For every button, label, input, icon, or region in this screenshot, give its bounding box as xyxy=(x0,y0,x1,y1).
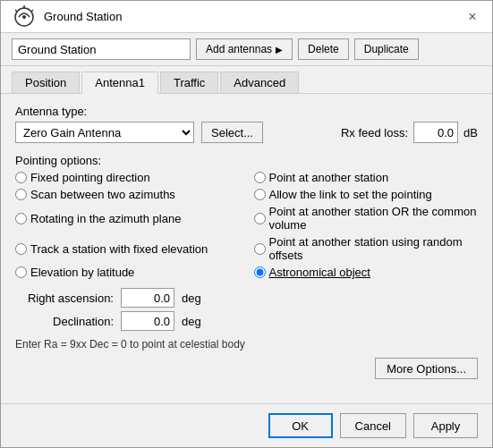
tab-antenna1[interactable]: Antenna1 xyxy=(81,72,158,94)
radio-random-input[interactable] xyxy=(254,243,266,255)
tab-position[interactable]: Position xyxy=(12,72,80,93)
ok-button[interactable]: OK xyxy=(268,413,333,438)
ra-unit: deg xyxy=(182,292,201,305)
radio-random-label[interactable]: Point at another station using random of… xyxy=(269,235,479,262)
dec-input[interactable] xyxy=(121,311,174,331)
dec-unit: deg xyxy=(182,315,201,328)
title-bar: Ground Station × xyxy=(1,1,492,33)
radio-scan-input[interactable] xyxy=(15,189,27,200)
radio-fixed-label[interactable]: Fixed pointing direction xyxy=(30,171,150,184)
content-area: Antenna type: Zero Gain Antenna Select..… xyxy=(1,94,492,403)
svg-line-3 xyxy=(15,10,17,12)
radio-elevation-lat: Elevation by latitude xyxy=(15,266,240,279)
radio-point-another: Point at another station xyxy=(254,171,479,184)
svg-point-1 xyxy=(22,15,26,19)
radio-rotating-input[interactable] xyxy=(15,213,27,224)
add-antennas-arrow-icon: ▶ xyxy=(276,45,283,55)
tabs: Position Antenna1 Traffic Advanced xyxy=(1,66,492,94)
dec-row: Declination: deg xyxy=(15,311,478,331)
satellite-icon xyxy=(12,4,37,30)
radio-point-another-label[interactable]: Point at another station xyxy=(269,171,389,184)
dec-label: Declination: xyxy=(15,315,114,328)
cancel-button[interactable]: Cancel xyxy=(340,413,406,438)
radio-track-input[interactable] xyxy=(15,243,27,255)
radio-point-random: Point at another station using random of… xyxy=(254,235,479,262)
more-options-button[interactable]: More Options... xyxy=(375,358,478,379)
radio-astro-label[interactable]: Astronomical object xyxy=(269,266,370,279)
toolbar: Add antennas ▶ Delete Duplicate xyxy=(1,33,492,66)
ra-input[interactable] xyxy=(121,288,174,308)
select-antenna-button[interactable]: Select... xyxy=(201,122,263,143)
rx-feed-loss-unit: dB xyxy=(463,126,478,139)
radio-scan-label[interactable]: Scan between two azimuths xyxy=(30,188,175,201)
coords-section: Right ascension: deg Declination: deg xyxy=(15,288,478,331)
more-options-row: More Options... xyxy=(15,358,478,379)
antenna-type-row: Zero Gain Antenna Select... Rx feed loss… xyxy=(15,122,478,143)
radio-allow-link: Allow the link to set the pointing xyxy=(254,188,479,201)
radio-astro-input[interactable] xyxy=(254,266,266,278)
rx-feed-loss-label: Rx feed loss: xyxy=(341,126,408,139)
radio-rotating: Rotating in the azimuth plane xyxy=(15,205,240,232)
svg-line-4 xyxy=(31,10,33,12)
radio-allow-label[interactable]: Allow the link to set the pointing xyxy=(269,188,432,201)
radio-allow-input[interactable] xyxy=(254,189,266,200)
rx-feed-loss-group: Rx feed loss: dB xyxy=(341,122,478,143)
tab-traffic[interactable]: Traffic xyxy=(160,72,218,93)
radio-rotating-label[interactable]: Rotating in the azimuth plane xyxy=(30,212,181,225)
radio-point-another-input[interactable] xyxy=(254,172,266,183)
ra-row: Right ascension: deg xyxy=(15,288,478,308)
antenna-type-label: Antenna type: xyxy=(15,105,478,118)
antenna-type-select[interactable]: Zero Gain Antenna xyxy=(15,122,194,143)
radio-astronomical: Astronomical object xyxy=(254,266,479,279)
close-button[interactable]: × xyxy=(463,8,481,26)
radio-point-common: Point at another station OR the common v… xyxy=(254,205,479,232)
dialog: Ground Station × Add antennas ▶ Delete D… xyxy=(0,0,493,448)
help-text: Enter Ra = 9xx Dec = 0 to point at celes… xyxy=(15,338,478,351)
tab-advanced[interactable]: Advanced xyxy=(220,72,299,93)
footer: OK Cancel Apply xyxy=(1,403,492,447)
radio-elev-label[interactable]: Elevation by latitude xyxy=(30,266,134,279)
duplicate-button[interactable]: Duplicate xyxy=(354,38,419,60)
radio-scan-azimuth: Scan between two azimuths xyxy=(15,188,240,201)
station-name-input[interactable] xyxy=(12,38,191,60)
radio-common-input[interactable] xyxy=(254,213,266,224)
add-antennas-button[interactable]: Add antennas ▶ xyxy=(196,38,293,60)
apply-button[interactable]: Apply xyxy=(413,413,478,438)
radio-fixed-input[interactable] xyxy=(15,172,27,183)
ra-label: Right ascension: xyxy=(15,292,114,305)
dialog-title: Ground Station xyxy=(44,10,122,23)
radio-common-label[interactable]: Point at another station OR the common v… xyxy=(269,205,479,232)
radio-track-label[interactable]: Track a station with fixed elevation xyxy=(30,242,208,256)
pointing-options-section: Pointing options: Fixed pointing directi… xyxy=(15,154,478,279)
radio-track-elevation: Track a station with fixed elevation xyxy=(15,235,240,262)
title-bar-left: Ground Station xyxy=(12,4,122,30)
pointing-label: Pointing options: xyxy=(15,154,478,167)
delete-button[interactable]: Delete xyxy=(298,38,349,60)
rx-feed-loss-input[interactable] xyxy=(413,122,458,143)
radio-elev-input[interactable] xyxy=(15,266,27,278)
pointing-grid: Fixed pointing direction Point at anothe… xyxy=(15,171,478,279)
radio-fixed: Fixed pointing direction xyxy=(15,171,240,184)
